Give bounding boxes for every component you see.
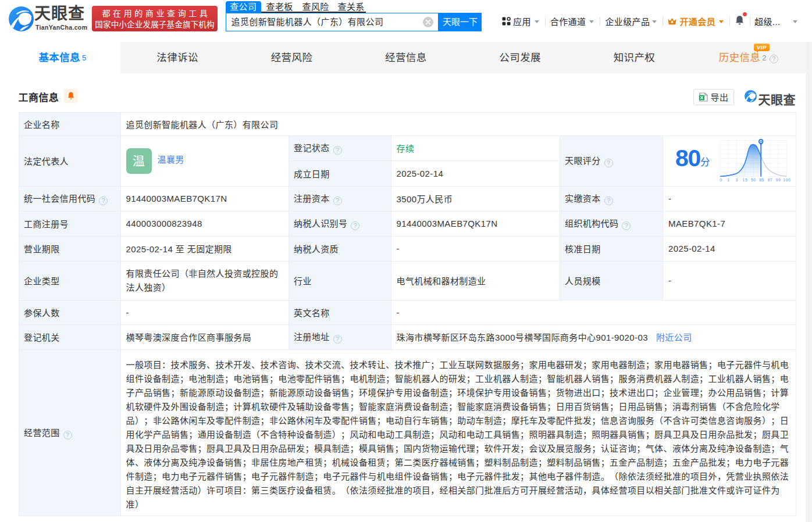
svg-text:97: 97	[768, 177, 773, 181]
svg-text:15: 15	[743, 177, 748, 181]
svg-text:50: 50	[751, 177, 756, 181]
svg-text:99: 99	[776, 177, 781, 181]
svg-text:100: 100	[783, 177, 790, 181]
svg-text:3: 3	[735, 177, 738, 181]
svg-text:0: 0	[720, 177, 722, 181]
svg-text:85: 85	[759, 177, 764, 181]
svg-text:1: 1	[727, 177, 729, 181]
